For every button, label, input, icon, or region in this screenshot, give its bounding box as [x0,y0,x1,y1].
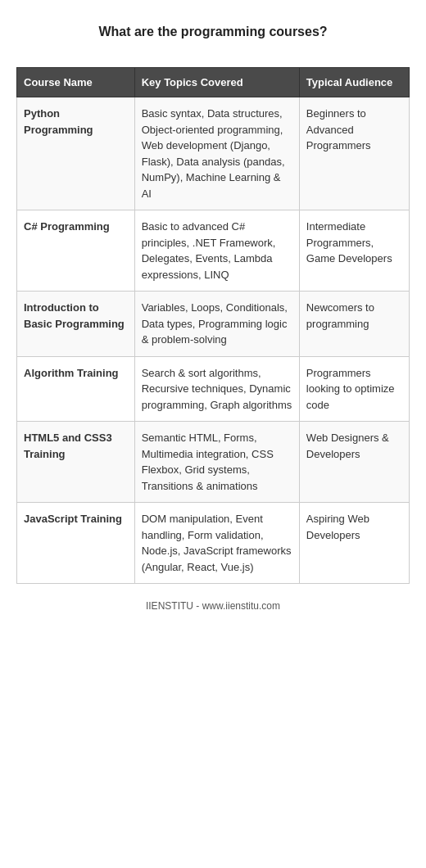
course-topics-cell: Basic to advanced C# principles, .NET Fr… [134,210,299,292]
table-row: Introduction to Basic ProgrammingVariabl… [17,292,410,357]
courses-table: Course Name Key Topics Covered Typical A… [16,67,410,584]
course-audience-cell: Aspiring Web Developers [299,503,409,584]
course-name-cell: HTML5 and CSS3 Training [17,422,135,503]
course-name-cell: Introduction to Basic Programming [17,292,135,357]
course-name-cell: JavaScript Training [17,503,135,584]
page-title: What are the programming courses? [16,16,410,47]
course-audience-cell: Beginners to Advanced Programmers [299,97,409,210]
table-row: HTML5 and CSS3 TrainingSemantic HTML, Fo… [17,422,410,503]
course-audience-cell: Newcomers to programming [299,292,409,357]
course-topics-cell: Search & sort algorithms, Recursive tech… [134,356,299,422]
table-row: Python ProgrammingBasic syntax, Data str… [17,97,410,210]
course-topics-cell: Variables, Loops, Conditionals, Data typ… [134,292,299,357]
course-audience-cell: Intermediate Programmers, Game Developer… [299,210,409,292]
table-row: Algorithm TrainingSearch & sort algorith… [17,356,410,422]
table-row: JavaScript TrainingDOM manipulation, Eve… [17,503,410,584]
course-name-cell: Algorithm Training [17,356,135,422]
footer-separator: - [196,600,202,612]
course-name-cell: Python Programming [17,97,135,210]
course-audience-cell: Programmers looking to optimize code [299,356,409,422]
header-key-topics: Key Topics Covered [134,68,299,97]
footer: IIENSTITU - www.iienstitu.com [16,600,410,612]
course-audience-cell: Web Designers & Developers [299,422,409,503]
course-topics-cell: DOM manipulation, Event handling, Form v… [134,503,299,584]
course-topics-cell: Basic syntax, Data structures, Object-or… [134,97,299,210]
course-name-cell: C# Programming [17,210,135,292]
table-row: C# ProgrammingBasic to advanced C# princ… [17,210,410,292]
footer-url: www.iienstitu.com [202,600,280,612]
course-topics-cell: Semantic HTML, Forms, Multimedia integra… [134,422,299,503]
table-header-row: Course Name Key Topics Covered Typical A… [17,68,410,97]
footer-brand: IIENSTITU [146,600,193,612]
header-typical-audience: Typical Audience [299,68,409,97]
header-course-name: Course Name [17,68,135,97]
